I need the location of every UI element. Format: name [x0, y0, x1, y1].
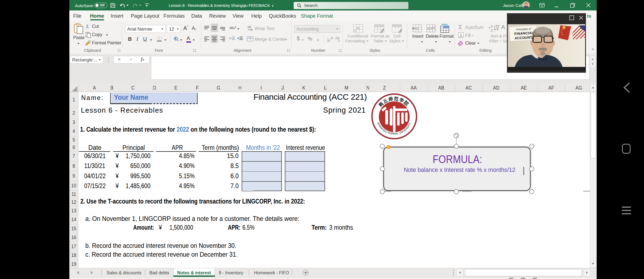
svg-text:Z: Z	[491, 29, 493, 33]
svg-text:ab: ab	[230, 26, 233, 30]
svg-text:A: A	[491, 24, 493, 28]
svg-text:ab: ab	[247, 25, 251, 29]
